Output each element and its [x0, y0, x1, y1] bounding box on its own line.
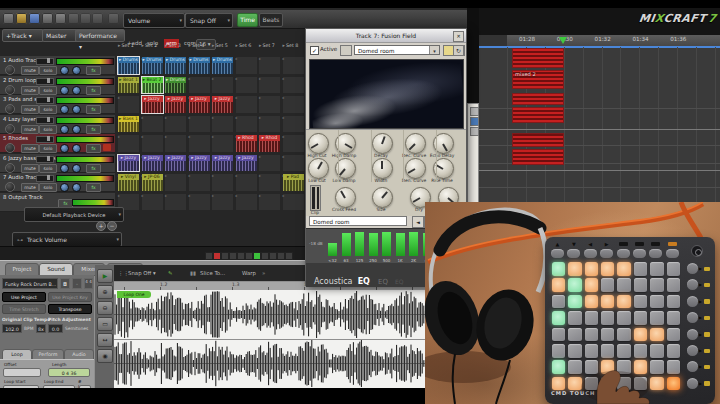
pad-2-4[interactable] — [601, 278, 615, 292]
output-device-dropdown[interactable]: Default Playback Device▾ — [24, 207, 124, 222]
grid-cell[interactable] — [235, 56, 258, 75]
grid-clip[interactable]: ▸ Jazzy — [165, 96, 186, 113]
grid-cell[interactable] — [188, 115, 211, 134]
grid-cell[interactable] — [117, 134, 140, 153]
mute-button[interactable]: mute — [21, 66, 39, 75]
eq-band-bar[interactable] — [396, 233, 405, 256]
eq-knob-icon[interactable] — [60, 125, 69, 134]
pad-4-5[interactable] — [617, 311, 631, 325]
use-project-key-button[interactable]: Use Project Key — [48, 292, 92, 302]
reverb-knob-icon[interactable] — [72, 66, 81, 75]
time-mode-button[interactable]: Time — [237, 13, 258, 27]
grid-cell[interactable]: ▸ Beat 2 — [141, 76, 164, 95]
grid-clip[interactable]: ▸ Vinyl — [118, 174, 139, 191]
pad-7-5[interactable] — [617, 360, 631, 374]
scene-button[interactable] — [687, 361, 698, 372]
grid-clip[interactable]: ▸ Jazzy — [142, 96, 163, 113]
function-button[interactable] — [633, 249, 646, 258]
preset-name-field[interactable]: Domed room — [309, 216, 407, 226]
function-button[interactable] — [666, 249, 679, 258]
scene-button[interactable] — [687, 296, 698, 307]
pad-1-6[interactable] — [634, 262, 648, 276]
recorded-audio-clip[interactable] — [512, 48, 564, 68]
pencil-icon[interactable]: ✎ — [168, 268, 173, 278]
track-row[interactable]: 4 Lazy layermutesolofx — [0, 115, 115, 134]
zoom-in-button[interactable]: ⊕ — [97, 285, 113, 299]
grid-clip[interactable]: ▸ Jazzy — [212, 96, 233, 113]
eq-band-bar[interactable] — [355, 232, 364, 256]
pad-6-4[interactable] — [601, 344, 615, 358]
track-row[interactable]: 5 Rhodesmutesolofx — [0, 134, 115, 153]
grid-cell[interactable] — [164, 193, 187, 212]
record-indicator[interactable] — [213, 252, 221, 260]
grid-clip[interactable]: ▸ Drums — [118, 57, 139, 74]
solo-button[interactable]: solo — [39, 164, 57, 173]
loop-mode-icon[interactable]: ◦ — [72, 278, 82, 289]
export-icon[interactable] — [42, 13, 53, 24]
automation-type-dropdown[interactable]: Volume▾ — [123, 13, 185, 28]
track-volume-slider[interactable] — [36, 175, 54, 182]
track-row[interactable]: 6 Jazzy bass progre...mutesolofx — [0, 154, 115, 173]
eq-band-bar[interactable] — [382, 232, 391, 256]
use-project-tempo-button[interactable]: Use Project Tempo — [2, 292, 46, 302]
grid-clip[interactable]: ▸ JP-06 — [142, 174, 163, 191]
grid-clip[interactable]: ▸ Rhod — [259, 135, 280, 152]
grid-cell[interactable] — [258, 56, 281, 75]
grid-clip[interactable]: ▸ Jazzy — [118, 155, 139, 172]
pad-4-3[interactable] — [585, 311, 599, 325]
grid-cell[interactable] — [258, 95, 281, 114]
pad-5-2[interactable] — [568, 328, 582, 342]
pad-6-5[interactable] — [617, 344, 631, 358]
pad-1-8[interactable] — [667, 262, 681, 276]
track-volume-slider[interactable] — [36, 78, 54, 85]
pad-1-3[interactable] — [585, 262, 599, 276]
grid-cell[interactable] — [164, 115, 187, 134]
function-button[interactable] — [649, 249, 662, 258]
eq-band-bar[interactable] — [342, 233, 351, 256]
set-header[interactable]: ▸Set 7 — [259, 42, 281, 49]
grid-cell[interactable] — [211, 76, 234, 95]
mute-button[interactable]: mute — [21, 183, 39, 192]
pad-7-6[interactable] — [634, 360, 648, 374]
track-volume-dropdown[interactable]: ⊶ Track Volume▾ — [12, 232, 122, 247]
grid-cell[interactable]: ▸ Vinyl — [117, 173, 140, 192]
warp-menu[interactable]: Warp — [242, 268, 256, 278]
track-pan-knob[interactable] — [5, 124, 15, 134]
recorded-audio-clip[interactable] — [512, 93, 564, 105]
grid-cell[interactable] — [117, 95, 140, 114]
recorded-audio-clip[interactable] — [512, 107, 564, 123]
plugin-title-bar[interactable]: Track 7: Fusion Field — [306, 29, 466, 43]
transport-cell[interactable] — [277, 252, 285, 260]
grid-cell[interactable] — [235, 95, 258, 114]
set-header[interactable]: ▸Set 5 — [212, 42, 234, 49]
pad-5-8[interactable] — [667, 328, 681, 342]
knob-cross-feed[interactable] — [335, 187, 356, 208]
pad-6-2[interactable] — [568, 344, 582, 358]
solo-button[interactable]: solo — [39, 86, 57, 95]
grid-clip[interactable]: ▸ Beat 1 — [118, 77, 139, 94]
grid-clip[interactable]: ▸ Drums — [142, 57, 163, 74]
grid-cell[interactable]: ▸ Rhod — [235, 134, 258, 153]
track-pan-knob[interactable] — [5, 104, 15, 114]
grid-cell[interactable] — [188, 134, 211, 153]
zoom-out-button[interactable]: ⊖ — [97, 301, 113, 315]
pad-2-5[interactable] — [617, 278, 631, 292]
grid-clip[interactable]: ▸ Jazzy — [236, 155, 257, 172]
pad-6-1[interactable] — [552, 344, 566, 358]
pad-1-4[interactable] — [601, 262, 615, 276]
set-header[interactable]: ▸Set 1 — [118, 42, 140, 49]
function-button[interactable] — [584, 249, 597, 258]
grid-cell[interactable] — [164, 173, 187, 192]
master-button[interactable]: Master — [42, 29, 78, 42]
grid-cell[interactable]: ▸ Drums — [141, 56, 164, 75]
sound-name-field[interactable]: Funky Rock Drum B... — [2, 278, 58, 289]
set-header[interactable]: ▸Set 2 — [142, 42, 164, 49]
mix-down-icon[interactable] — [108, 13, 119, 24]
close-icon[interactable]: ✕ — [453, 31, 464, 42]
grid-cell[interactable] — [282, 134, 305, 153]
paste-icon[interactable] — [92, 13, 103, 24]
grid-cell[interactable] — [188, 193, 211, 212]
eq-knob-icon[interactable] — [60, 105, 69, 114]
eq-band-bar[interactable] — [369, 233, 378, 256]
pad-7-7[interactable] — [650, 360, 664, 374]
